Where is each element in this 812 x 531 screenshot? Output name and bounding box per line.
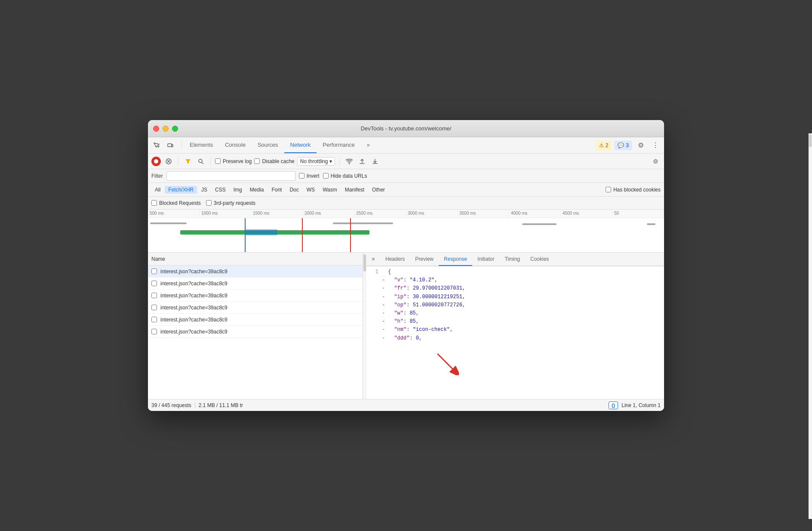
type-btn-img[interactable]: Img <box>230 186 246 194</box>
type-btn-fetch-xhr[interactable]: Fetch/XHR <box>165 186 197 194</box>
name-column-header: Name <box>151 256 165 262</box>
filter-input[interactable] <box>166 171 295 181</box>
waterfall-bar-gray2 <box>333 222 393 224</box>
invert-label[interactable]: Invert <box>299 173 320 179</box>
file-row-5[interactable]: interest.json?cache=39ac8c9 <box>148 314 363 326</box>
file-row-3[interactable]: interest.json?cache=39ac8c9 <box>148 290 363 302</box>
blocked-requests-checkbox[interactable] <box>151 200 157 206</box>
file-checkbox-4[interactable] <box>151 305 157 310</box>
minus-5: - <box>382 301 388 309</box>
record-button[interactable] <box>151 157 161 166</box>
toolbar-divider <box>181 141 182 150</box>
preserve-log-label[interactable]: Preserve log <box>215 158 252 164</box>
pretty-print-button[interactable]: {} <box>609 401 618 409</box>
toolbar-divider-4 <box>339 157 340 166</box>
toolbar-divider-2 <box>178 157 178 166</box>
has-blocked-label[interactable]: Has blocked cookies <box>606 187 661 193</box>
file-checkbox-3[interactable] <box>151 293 157 298</box>
third-party-label[interactable]: 3rd-party requests <box>206 200 255 206</box>
type-btn-ws[interactable]: WS <box>303 186 318 194</box>
maximize-button[interactable] <box>172 126 178 132</box>
warning-badge[interactable]: ⚠ 2 <box>596 141 612 150</box>
throttle-select[interactable]: No throttling ▾ <box>297 157 335 166</box>
type-btn-wasm[interactable]: Wasm <box>319 186 341 194</box>
type-btn-doc[interactable]: Doc <box>286 186 302 194</box>
tab-console[interactable]: Console <box>219 137 252 153</box>
disable-cache-checkbox[interactable] <box>254 158 260 164</box>
hide-data-checkbox[interactable] <box>323 173 329 179</box>
code-line-6: - "w": 85, <box>370 309 661 318</box>
file-row-1[interactable]: interest.json?cache=39ac8c9 <box>148 266 363 278</box>
disable-cache-label[interactable]: Disable cache <box>254 158 294 164</box>
minimize-button[interactable] <box>163 126 169 132</box>
tick-2500: 2500 ms <box>354 210 406 218</box>
hide-data-label[interactable]: Hide data URLs <box>323 173 367 179</box>
network-toolbar: Preserve log Disable cache No throttling… <box>148 154 664 169</box>
tab-elements[interactable]: Elements <box>184 137 219 153</box>
type-btn-manifest[interactable]: Manifest <box>341 186 368 194</box>
preserve-log-checkbox[interactable] <box>215 158 221 164</box>
timeline-chart[interactable] <box>148 218 664 253</box>
file-row-6[interactable]: interest.json?cache=39ac8c9 <box>148 326 363 338</box>
toolbar-divider-3 <box>210 157 211 166</box>
close-panel-button[interactable]: × <box>368 254 378 264</box>
type-btn-media[interactable]: Media <box>246 186 268 194</box>
filter-button[interactable] <box>183 156 193 167</box>
toolbar-right: ⚠ 2 💬 3 ⚙ ⋮ <box>596 139 661 151</box>
timeline-ruler: 500 ms 1000 ms 1500 ms 2000 ms 2500 ms 3… <box>148 210 664 218</box>
device-toggle-button[interactable] <box>164 139 176 151</box>
message-count: 3 <box>626 142 629 148</box>
waterfall-bar-right <box>522 223 557 225</box>
type-btn-css[interactable]: CSS <box>212 186 229 194</box>
message-badge[interactable]: 💬 3 <box>614 141 632 150</box>
search-button[interactable] <box>196 156 206 167</box>
devtools-main: Elements Console Sources Network Perform… <box>148 137 664 411</box>
invert-checkbox[interactable] <box>299 173 304 179</box>
tab-network[interactable]: Network <box>284 137 317 153</box>
file-row-4[interactable]: interest.json?cache=39ac8c9 <box>148 302 363 314</box>
more-button[interactable]: ⋮ <box>649 139 661 151</box>
file-name-4: interest.json?cache=39ac8c9 <box>160 305 359 311</box>
tab-initiator[interactable]: Initiator <box>472 253 499 266</box>
type-btn-all[interactable]: All <box>151 186 164 194</box>
response-content[interactable]: 1 { - "v": "4.10.2", - "fr": <box>366 266 664 399</box>
third-party-checkbox[interactable] <box>206 200 212 206</box>
tab-response[interactable]: Response <box>439 253 472 266</box>
file-checkbox-1[interactable] <box>151 269 157 274</box>
tab-preview[interactable]: Preview <box>410 253 439 266</box>
type-btn-js[interactable]: JS <box>198 186 211 194</box>
settings-gear-icon[interactable]: ⚙ <box>650 156 661 167</box>
file-name-3: interest.json?cache=39ac8c9 <box>160 293 359 299</box>
settings-button[interactable]: ⚙ <box>635 139 647 151</box>
has-blocked-checkbox[interactable] <box>606 187 611 192</box>
tab-timing[interactable]: Timing <box>499 253 525 266</box>
arrow-annotation <box>433 349 459 378</box>
wifi-icon[interactable] <box>344 156 354 167</box>
file-checkbox-6[interactable] <box>151 329 157 334</box>
file-checkbox-5[interactable] <box>151 317 157 322</box>
close-button[interactable] <box>153 126 159 132</box>
type-btn-other[interactable]: Other <box>369 186 388 194</box>
type-btn-font[interactable]: Font <box>268 186 285 194</box>
tick-1500: 1500 ms <box>251 210 303 218</box>
devtools-window: DevTools - tv.youtube.com/welcome/ <box>148 120 664 411</box>
minus-4: - <box>382 293 388 301</box>
download-button[interactable] <box>370 156 380 167</box>
tab-sources[interactable]: Sources <box>252 137 284 153</box>
tab-cookies[interactable]: Cookies <box>525 253 554 266</box>
tab-more[interactable]: » <box>361 137 376 153</box>
tab-headers[interactable]: Headers <box>380 253 410 266</box>
upload-button[interactable] <box>357 156 367 167</box>
scrollbar-thumb[interactable] <box>363 254 366 272</box>
file-checkbox-2[interactable] <box>151 281 157 286</box>
tick-50: 50 <box>612 210 664 218</box>
svg-rect-1 <box>172 145 173 147</box>
blocked-requests-label[interactable]: Blocked Requests <box>151 200 201 206</box>
tick-1000: 1000 ms <box>200 210 251 218</box>
clear-button[interactable] <box>163 156 174 167</box>
file-row-2[interactable]: interest.json?cache=39ac8c9 <box>148 278 363 290</box>
minus-8: - <box>382 326 388 334</box>
tab-performance[interactable]: Performance <box>317 137 360 153</box>
file-list-scrollbar[interactable] <box>363 253 366 399</box>
inspect-element-button[interactable] <box>151 139 163 151</box>
